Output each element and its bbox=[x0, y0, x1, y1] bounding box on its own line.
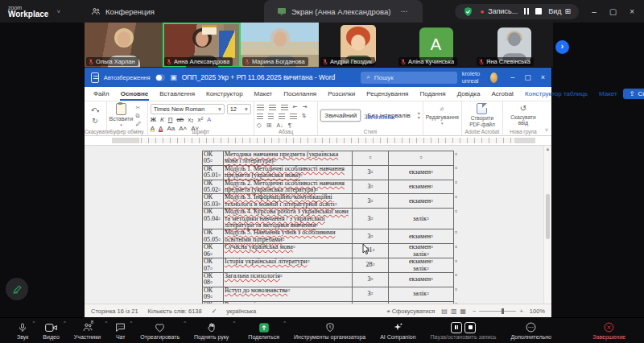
toolbar-item-raise-hand[interactable]: Поднять руку^ bbox=[187, 318, 236, 343]
chevron-up-icon[interactable]: ^ bbox=[283, 320, 286, 325]
ribbon-tab-acrobat[interactable]: Acrobat bbox=[485, 88, 519, 101]
editing-button[interactable]: ⌕ Редагування ▾ bbox=[426, 103, 459, 127]
focus-mode-button[interactable]: ⌖ Сфокусуватися bbox=[386, 308, 435, 316]
cell-control[interactable]: екзамен¤ bbox=[389, 229, 454, 244]
word-minimize-button[interactable]: – bbox=[510, 73, 514, 81]
text-effects-button[interactable]: A bbox=[207, 116, 211, 123]
cell-credits[interactable]: 3¤ bbox=[353, 301, 389, 304]
italic-button[interactable]: К bbox=[160, 116, 164, 123]
ribbon-tab-файл[interactable]: Файл bbox=[88, 88, 115, 101]
cell-credits[interactable]: 3¤ bbox=[353, 209, 389, 229]
cell-control[interactable]: екзамен¤залік¤ bbox=[389, 258, 454, 273]
cell-name[interactable]: Вступ до мовознавства¤ bbox=[224, 287, 353, 301]
participant-tile[interactable]: AАліна Кучинська bbox=[397, 23, 475, 68]
font-name-select[interactable]: Times New Roman▾ bbox=[151, 104, 225, 114]
borders-button[interactable]: ⊞ bbox=[266, 122, 272, 129]
toolbar-item-pause-stop-recording[interactable]: Пауза/остановить запись bbox=[423, 318, 504, 343]
toolbar-item-more[interactable]: Дополнительно bbox=[504, 318, 559, 343]
cell-code[interactable]: ОК 05.02¤ bbox=[203, 180, 224, 194]
strikethrough-button[interactable]: ab bbox=[176, 116, 184, 123]
cell-code[interactable]: ОК 08¤ bbox=[203, 272, 224, 287]
curriculum-table[interactable]: ОК 05¤Методика навчання предмета (україн… bbox=[202, 151, 462, 304]
font-size-select[interactable]: 12▾ bbox=[227, 104, 251, 114]
table-row[interactable]: ОК 05.01¤Модуль 1. Методичні особливості… bbox=[203, 165, 462, 180]
cell-code[interactable]: ОК 09¤ bbox=[203, 287, 224, 301]
pause-recording-button[interactable] bbox=[524, 8, 529, 14]
undo-button[interactable]: ↶▾ bbox=[91, 106, 100, 114]
cell-credits[interactable]: 3¤ bbox=[353, 229, 389, 244]
cell-code[interactable]: ОК 05.01¤ bbox=[203, 165, 224, 180]
word-maximize-button[interactable]: ▢ bbox=[524, 73, 531, 81]
stop-record-icon[interactable] bbox=[464, 322, 476, 333]
toolbar-item-end[interactable]: Завершение bbox=[585, 318, 633, 343]
toolbar-item-participants[interactable]: Участники^8 bbox=[67, 318, 108, 343]
account-badge[interactable]: kroleto unreal bbox=[462, 70, 498, 85]
toolbar-item-ai-companion[interactable]: AI Companion bbox=[373, 318, 423, 343]
redo-button[interactable]: ↻ bbox=[92, 117, 98, 125]
participant-tile[interactable]: Ольга Харлан bbox=[85, 23, 163, 68]
web-layout-icon[interactable]: ▦ bbox=[460, 308, 466, 315]
page-indicator[interactable]: Сторінка 16 із 21 bbox=[91, 308, 138, 315]
chevron-up-icon[interactable]: ^ bbox=[233, 320, 236, 325]
cell-credits[interactable]: 28¤ bbox=[353, 258, 389, 273]
cell-control[interactable]: екзамен¤ bbox=[389, 194, 454, 209]
ribbon-tab-вставлення[interactable]: Вставлення bbox=[154, 88, 200, 101]
table-row[interactable]: ОК 05.04¤Модуль 4. Курсова робота з укра… bbox=[203, 209, 462, 229]
scrollbar-thumb[interactable] bbox=[546, 194, 550, 239]
toolbar-item-audio[interactable]: Звук^ bbox=[10, 318, 35, 343]
cell-credits[interactable]: 31¤ bbox=[353, 244, 389, 258]
word-close-button[interactable]: × bbox=[541, 73, 545, 81]
zoom-slider[interactable] bbox=[479, 311, 516, 312]
subscript-button[interactable]: x₂ bbox=[188, 116, 193, 123]
cell-name[interactable]: Методика навчання предмета (українська м… bbox=[224, 151, 353, 166]
stop-recording-button[interactable] bbox=[535, 8, 542, 14]
cell-code[interactable]: ОК 05.04¤ bbox=[203, 209, 224, 229]
cell-code[interactable]: ОК 05.03¤ bbox=[203, 194, 224, 209]
table-row[interactable]: ОК 05.03¤Модуль 3. Інформаційно-комуніка… bbox=[203, 194, 462, 209]
ribbon-tab-макет[interactable]: Макет bbox=[249, 88, 279, 101]
ribbon-tab-основне[interactable]: Основне bbox=[115, 88, 155, 101]
table-row[interactable]: ОК 10¤Вступ до літературознавства¤3¤залі… bbox=[203, 301, 462, 304]
toolbar-item-react[interactable]: Отреагировать^ bbox=[133, 318, 187, 343]
table-row[interactable]: ОК 08¤Загальна психологія¤3¤екзамен¤¤ bbox=[203, 272, 462, 287]
read-mode-icon[interactable]: ▤ bbox=[441, 308, 448, 315]
toolbar-item-video[interactable]: Видео^ bbox=[35, 318, 66, 343]
toolbar-item-host-tools[interactable]: Инструменты организатора bbox=[287, 318, 373, 343]
proofing-icon[interactable]: ✓ bbox=[212, 308, 217, 315]
superscript-button[interactable]: x² bbox=[197, 116, 203, 123]
ribbon-tab-розсилки[interactable]: Розсилки bbox=[322, 88, 361, 101]
cell-control[interactable]: екзамен¤ bbox=[389, 272, 454, 287]
cell-credits[interactable]: ¤ bbox=[353, 151, 389, 166]
tab-more-icon[interactable]: ⋯ bbox=[399, 6, 410, 17]
word-count[interactable]: Кількість слів: 6138 bbox=[148, 308, 202, 315]
table-row[interactable]: ОК 05.05¤Модуль 5. Навчання учнів з особ… bbox=[203, 229, 462, 244]
cell-name[interactable]: Загальна психологія¤ bbox=[224, 272, 353, 287]
cell-control[interactable]: екзамен¤залік¤ bbox=[389, 244, 454, 258]
language-indicator[interactable]: українська bbox=[226, 308, 256, 315]
multilevel-list-button[interactable] bbox=[281, 105, 288, 110]
increase-indent-button[interactable]: ⇥ bbox=[303, 104, 308, 110]
autosave-toggle[interactable] bbox=[155, 74, 166, 81]
document-area[interactable]: ОК 05¤Методика навчання предмета (україн… bbox=[85, 146, 551, 304]
paste-button[interactable]: Вставити ▾ bbox=[109, 103, 134, 127]
cell-code[interactable]: ОК 05.05¤ bbox=[203, 229, 224, 244]
zoom-tab-screen-share[interactable]: Экран (Анна Александрова)⋯ bbox=[264, 0, 423, 23]
toolbar-item-share[interactable]: Поделиться^ bbox=[241, 318, 287, 343]
cell-control[interactable]: залік¤ bbox=[389, 209, 454, 229]
cell-control[interactable]: залік¤ bbox=[389, 301, 454, 304]
horizontal-ruler[interactable] bbox=[85, 136, 551, 146]
close-button[interactable]: × bbox=[630, 7, 634, 16]
ribbon-tab-довідка[interactable]: Довідка bbox=[452, 88, 486, 101]
table-row[interactable]: ОК 06¤Сучасна українська мова¤31¤екзамен… bbox=[203, 244, 462, 258]
cell-control[interactable]: залік¤ bbox=[389, 287, 454, 301]
style-chip-звичайний[interactable]: Звичайний bbox=[320, 110, 361, 122]
zoom-level[interactable]: 100% bbox=[530, 308, 545, 315]
next-participants-button[interactable]: › bbox=[555, 40, 569, 54]
format-painter-button[interactable]: 🖉 bbox=[136, 121, 142, 126]
table-row[interactable]: ОК 05.02¤Модуль 2. Методичні особливості… bbox=[203, 180, 462, 194]
align-center-button[interactable] bbox=[268, 114, 274, 119]
ribbon-tab-посилання[interactable]: Посилання bbox=[278, 88, 322, 101]
annotation-pencil-button[interactable] bbox=[6, 278, 28, 300]
cell-code[interactable]: ОК 10¤ bbox=[203, 301, 224, 304]
style-chip-заголовок[interactable]: Заголовок bbox=[360, 110, 381, 130]
